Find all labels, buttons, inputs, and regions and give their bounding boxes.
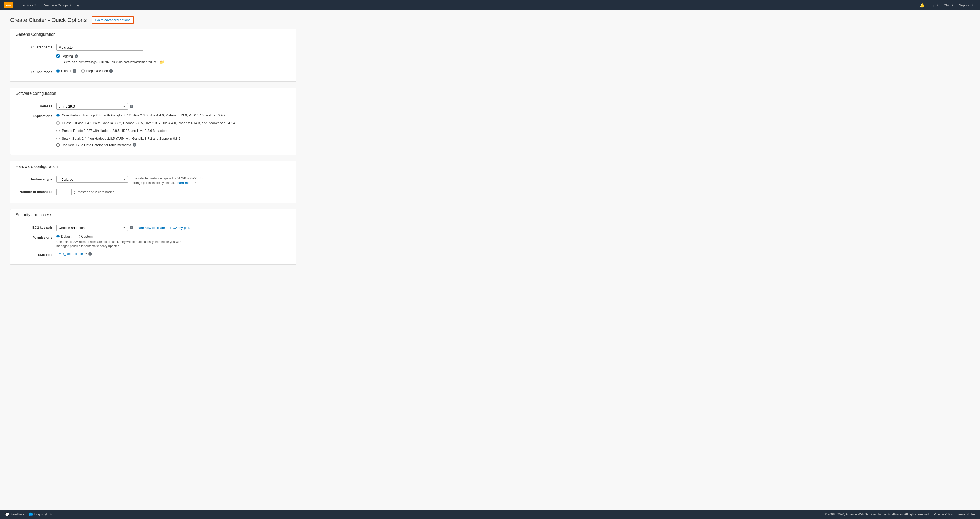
hardware-config-section: Hardware configuration Instance type m5.… xyxy=(10,161,296,203)
logging-checkbox-row: Logging i xyxy=(56,54,291,58)
logging-checkbox[interactable] xyxy=(56,54,60,58)
s3-folder-value: s3://aws-logs-633178767338-us-east-2/ela… xyxy=(79,60,158,64)
app-options-group: Core Hadoop: Hadoop 2.8.5 with Ganglia 3… xyxy=(56,113,291,141)
ec2-key-pair-label: EC2 key pair xyxy=(16,225,56,229)
release-info-icon[interactable]: i xyxy=(130,105,134,108)
step-execution-radio[interactable] xyxy=(81,69,85,72)
launch-mode-control: Cluster i Step execution i xyxy=(56,69,291,73)
security-access-section: Security and access EC2 key pair Choose … xyxy=(10,209,296,265)
app-option-1-text: Core Hadoop: Hadoop 2.8.5 with Ganglia 3… xyxy=(62,113,225,118)
software-config-header: Software configuration xyxy=(11,88,296,99)
applications-label: Applications xyxy=(16,113,56,118)
services-nav[interactable]: Services ▼ xyxy=(18,0,38,10)
step-execution-info-icon[interactable]: i xyxy=(109,69,113,73)
user-menu[interactable]: jmp ▼ xyxy=(928,0,940,10)
user-arrow-icon: ▼ xyxy=(936,4,939,6)
ec2-key-pair-select[interactable]: Choose an option xyxy=(56,225,128,231)
ec2-key-info-icon[interactable]: i xyxy=(130,226,134,229)
external-link-icon: ↗ xyxy=(193,181,196,185)
app-radio-1[interactable] xyxy=(56,113,60,117)
logging-control: Logging i S3 folder s3://aws-logs-633178… xyxy=(56,54,291,65)
learn-more-link[interactable]: Learn more xyxy=(176,181,192,185)
logging-empty-label xyxy=(16,54,56,55)
permissions-custom-label: Custom xyxy=(81,235,93,238)
learn-ec2-link[interactable]: Learn how to create an EC2 key pair. xyxy=(135,226,190,230)
app-option-1[interactable]: Core Hadoop: Hadoop 2.8.5 with Ganglia 3… xyxy=(56,113,291,118)
app-option-2[interactable]: HBase: HBase 1.4.10 with Ganglia 3.7.2, … xyxy=(56,121,291,125)
cluster-radio-option[interactable]: Cluster i xyxy=(56,69,76,73)
app-option-3-text: Presto: Presto 0.227 with Hadoop 2.8.5 H… xyxy=(62,128,168,133)
permissions-note: Use default IAM roles. If roles are not … xyxy=(56,240,184,249)
logging-info-icon[interactable]: i xyxy=(75,54,78,58)
permissions-custom-radio[interactable] xyxy=(76,235,80,238)
resource-groups-nav[interactable]: Resource Groups ▼ xyxy=(41,0,74,10)
s3-folder-row: S3 folder s3://aws-logs-633178767338-us-… xyxy=(62,59,291,64)
app-option-3[interactable]: Presto: Presto 0.227 with Hadoop 2.8.5 H… xyxy=(56,128,291,133)
applications-control: Core Hadoop: Hadoop 2.8.5 with Ganglia 3… xyxy=(56,113,291,147)
advanced-options-button[interactable]: Go to advanced options xyxy=(92,16,134,24)
security-access-header: Security and access xyxy=(11,209,296,220)
software-config-body: Release emr-5.29.0 i Applications xyxy=(11,99,296,155)
app-radio-2[interactable] xyxy=(56,121,60,125)
ec2-keypair-inner: Choose an option i Learn how to create a… xyxy=(56,225,291,231)
permissions-radio-group: Default Custom xyxy=(56,235,291,238)
region-label: Ohio xyxy=(943,3,950,7)
instance-type-select[interactable]: m5.xlarge xyxy=(56,176,128,183)
support-arrow-icon: ▼ xyxy=(972,4,974,6)
ec2-key-pair-row: EC2 key pair Choose an option i Learn ho… xyxy=(16,225,291,231)
launch-mode-row: Launch mode Cluster i Step execution i xyxy=(16,69,291,74)
cluster-name-input[interactable] xyxy=(56,44,143,51)
emr-role-link[interactable]: EMR_DefaultRole xyxy=(56,252,83,256)
release-select[interactable]: emr-5.29.0 xyxy=(56,103,128,110)
cluster-name-label: Cluster name xyxy=(16,44,56,49)
logging-row: Logging i S3 folder s3://aws-logs-633178… xyxy=(16,54,291,65)
permissions-row: Permissions Default Custom Use default I… xyxy=(16,235,291,249)
num-instances-row: Number of instances (1 master and 2 core… xyxy=(16,189,291,195)
app-option-2-text: HBase: HBase 1.4.10 with Ganglia 3.7.2, … xyxy=(62,121,235,125)
hardware-config-body: Instance type m5.xlarge The selected ins… xyxy=(11,172,296,203)
release-control: emr-5.29.0 i xyxy=(56,103,291,110)
num-instances-inner: (1 master and 2 core nodes) xyxy=(56,189,291,195)
emr-role-control: EMR_DefaultRole ↗ i xyxy=(56,252,291,256)
num-instances-label: Number of instances xyxy=(16,189,56,193)
resource-groups-label: Resource Groups xyxy=(43,3,68,7)
permissions-default-label: Default xyxy=(61,235,72,238)
favorites-icon[interactable]: ★ xyxy=(76,3,80,8)
hardware-config-header: Hardware configuration xyxy=(11,161,296,172)
app-option-4[interactable]: Spark: Spark 2.4.4 on Hadoop 2.8.5 YARN … xyxy=(56,136,291,141)
general-config-section: General Configuration Cluster name Loggi… xyxy=(10,29,296,82)
step-execution-label: Step execution xyxy=(86,69,108,73)
page-body: Create Cluster - Quick Options Go to adv… xyxy=(0,10,306,286)
instance-note: The selected instance type adds 64 GiB o… xyxy=(132,176,208,185)
glue-checkbox[interactable] xyxy=(56,143,60,147)
support-label: Support xyxy=(959,3,971,7)
permissions-default-radio[interactable] xyxy=(56,235,60,238)
permissions-custom-option[interactable]: Custom xyxy=(76,235,93,238)
security-access-body: EC2 key pair Choose an option i Learn ho… xyxy=(11,220,296,265)
release-select-row: emr-5.29.0 i xyxy=(56,103,291,110)
launch-mode-label: Launch mode xyxy=(16,69,56,74)
region-menu[interactable]: Ohio ▼ xyxy=(942,0,956,10)
bell-icon[interactable]: 🔔 xyxy=(918,3,927,8)
cluster-info-icon[interactable]: i xyxy=(73,69,76,73)
app-radio-4[interactable] xyxy=(56,137,60,140)
app-radio-3[interactable] xyxy=(56,129,60,132)
folder-icon[interactable]: 📁 xyxy=(159,59,165,64)
logging-label: Logging xyxy=(61,54,73,58)
cluster-radio[interactable] xyxy=(56,69,60,72)
emr-role-info-icon[interactable]: i xyxy=(88,252,92,256)
release-label: Release xyxy=(16,103,56,108)
num-instances-input[interactable] xyxy=(56,189,72,195)
services-label: Services xyxy=(21,3,33,7)
general-config-header: General Configuration xyxy=(11,29,296,40)
glue-label: Use AWS Glue Data Catalog for table meta… xyxy=(61,143,131,147)
glue-info-icon[interactable]: i xyxy=(133,143,136,147)
permissions-default-option[interactable]: Default xyxy=(56,235,72,238)
cluster-name-row: Cluster name xyxy=(16,44,291,51)
step-execution-radio-option[interactable]: Step execution i xyxy=(81,69,113,73)
app-option-4-text: Spark: Spark 2.4.4 on Hadoop 2.8.5 YARN … xyxy=(62,136,180,141)
applications-row: Applications Core Hadoop: Hadoop 2.8.5 w… xyxy=(16,113,291,147)
page-header: Create Cluster - Quick Options Go to adv… xyxy=(10,16,296,24)
support-menu[interactable]: Support ▼ xyxy=(957,0,976,10)
emr-role-row: EMR role EMR_DefaultRole ↗ i xyxy=(16,252,291,257)
